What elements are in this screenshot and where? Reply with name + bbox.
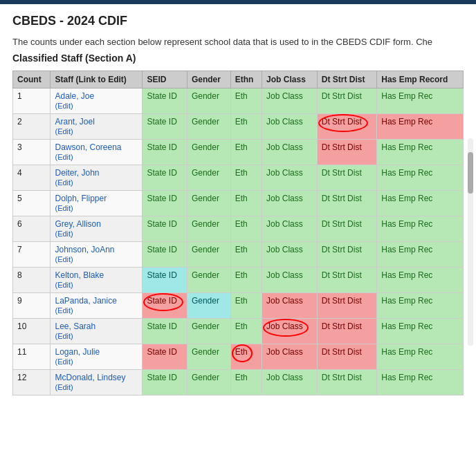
cell-dtstrt: Dt Strt Dist — [317, 216, 377, 242]
staff-name-link[interactable]: Arant, Joel — [55, 117, 138, 127]
col-dtstrt: Dt Strt Dist — [317, 71, 377, 88]
cell-jobclass: Job Class — [262, 242, 318, 268]
table-row: 6Grey, Allison(Edit)State IDGenderEthJob… — [13, 216, 464, 242]
cell-name: Arant, Joel(Edit) — [51, 114, 143, 140]
cell-jobclass: Job Class — [262, 140, 318, 165]
cell-ethn: Eth — [230, 140, 262, 165]
page-description: The counts under each section below repr… — [12, 37, 464, 47]
staff-edit-link[interactable]: (Edit) — [55, 281, 73, 289]
cell-name: Logan, Julie(Edit) — [51, 344, 143, 370]
cell-jobclass: Job Class — [262, 191, 318, 216]
cell-seid: State ID — [143, 114, 187, 140]
staff-name-link[interactable]: McDonald, Lindsey — [55, 373, 138, 382]
col-count: Count — [13, 71, 51, 88]
cell-ethn: Eth — [230, 344, 262, 370]
cell-ethn: Eth — [230, 268, 262, 293]
cell-gender: Gender — [187, 268, 230, 293]
staff-edit-link[interactable]: (Edit) — [55, 383, 73, 391]
staff-edit-link[interactable]: (Edit) — [55, 357, 73, 366]
staff-name-link[interactable]: Adale, Joe — [55, 91, 138, 101]
cell-dtstrt: Dt Strt Dist — [317, 293, 377, 319]
table-row: 9LaPanda, Janice(Edit)State IDGenderEthJ… — [13, 293, 464, 319]
cell-count: 9 — [13, 293, 51, 319]
cell-name: Johnson, JoAnn(Edit) — [51, 242, 143, 268]
cell-gender: Gender — [187, 370, 230, 395]
cell-seid: State ID — [143, 191, 187, 216]
cell-hasemp: Has Emp Rec — [377, 216, 464, 242]
cell-ethn: Eth — [230, 88, 262, 114]
cell-count: 7 — [13, 242, 51, 268]
cell-count: 10 — [13, 319, 51, 344]
cell-name: Grey, Allison(Edit) — [51, 216, 143, 242]
staff-name-link[interactable]: Johnson, JoAnn — [55, 245, 138, 254]
cell-dtstrt: Dt Strt Dist — [317, 140, 377, 165]
staff-edit-link[interactable]: (Edit) — [55, 102, 73, 110]
cell-name: McDonald, Lindsey(Edit) — [51, 370, 143, 395]
cell-name: Deiter, John(Edit) — [51, 165, 143, 191]
cell-jobclass: Job Class — [262, 344, 318, 370]
cell-ethn: Eth — [230, 242, 262, 268]
cell-hasemp: Has Emp Rec — [377, 114, 464, 140]
col-ethn: Ethn — [230, 71, 262, 88]
staff-edit-link[interactable]: (Edit) — [55, 127, 73, 136]
cell-seid: State ID — [143, 165, 187, 191]
cell-dtstrt: Dt Strt Dist — [317, 370, 377, 395]
cell-hasemp: Has Emp Rec — [377, 293, 464, 319]
cell-count: 11 — [13, 344, 51, 370]
staff-name-link[interactable]: Dawson, Coreena — [55, 142, 138, 152]
staff-name-link[interactable]: Deiter, John — [55, 168, 138, 178]
staff-name-link[interactable]: Grey, Allison — [55, 219, 138, 229]
cell-dtstrt: Dt Strt Dist — [317, 268, 377, 293]
staff-edit-link[interactable]: (Edit) — [55, 255, 73, 263]
col-staff: Staff (Link to Edit) — [51, 71, 143, 88]
cell-dtstrt: Dt Strt Dist — [317, 191, 377, 216]
cell-seid: State ID — [143, 370, 187, 395]
cell-jobclass: Job Class — [262, 88, 318, 114]
staff-edit-link[interactable]: (Edit) — [55, 306, 73, 315]
staff-edit-link[interactable]: (Edit) — [55, 153, 73, 161]
cell-hasemp: Has Emp Rec — [377, 165, 464, 191]
staff-edit-link[interactable]: (Edit) — [55, 230, 73, 238]
cell-ethn: Eth — [230, 191, 262, 216]
cell-seid: State ID — [143, 140, 187, 165]
cell-seid: State ID — [143, 88, 187, 114]
cell-ethn: Eth — [230, 216, 262, 242]
cell-seid: State ID — [143, 293, 187, 319]
staff-name-link[interactable]: Lee, Sarah — [55, 321, 138, 331]
cell-ethn: Eth — [230, 293, 262, 319]
staff-edit-link[interactable]: (Edit) — [55, 332, 73, 340]
staff-name-link[interactable]: LaPanda, Janice — [55, 296, 138, 306]
cell-count: 1 — [13, 88, 51, 114]
cell-gender: Gender — [187, 88, 230, 114]
cell-gender: Gender — [187, 114, 230, 140]
col-seid: SEID — [143, 71, 187, 88]
table-row: 12McDonald, Lindsey(Edit)State IDGenderE… — [13, 370, 464, 395]
cell-name: Dolph, Flipper(Edit) — [51, 191, 143, 216]
staff-edit-link[interactable]: (Edit) — [55, 178, 73, 187]
cell-gender: Gender — [187, 140, 230, 165]
cell-count: 8 — [13, 268, 51, 293]
staff-name-link[interactable]: Dolph, Flipper — [55, 194, 138, 203]
staff-name-link[interactable]: Logan, Julie — [55, 347, 138, 357]
cell-name: Dawson, Coreena(Edit) — [51, 140, 143, 165]
cell-count: 2 — [13, 114, 51, 140]
cell-hasemp: Has Emp Rec — [377, 370, 464, 395]
table-row: 1Adale, Joe(Edit)State IDGenderEthJob Cl… — [13, 88, 464, 114]
cell-ethn: Eth — [230, 319, 262, 344]
scrollbar[interactable] — [468, 138, 473, 346]
table-header-row: Count Staff (Link to Edit) SEID Gender E… — [13, 71, 464, 88]
cell-hasemp: Has Emp Rec — [377, 88, 464, 114]
staff-edit-link[interactable]: (Edit) — [55, 204, 73, 212]
scroll-thumb[interactable] — [468, 152, 473, 194]
table-row: 2Arant, Joel(Edit)State IDGenderEthJob C… — [13, 114, 464, 140]
cell-gender: Gender — [187, 242, 230, 268]
page-content: CBEDS - 2024 CDIF The counts under each … — [0, 4, 476, 405]
cell-dtstrt: Dt Strt Dist — [317, 114, 377, 140]
table-row: 4Deiter, John(Edit)State IDGenderEthJob … — [13, 165, 464, 191]
cell-jobclass: Job Class — [262, 114, 318, 140]
col-jobclass: Job Class — [262, 71, 318, 88]
cell-jobclass: Job Class — [262, 319, 318, 344]
staff-name-link[interactable]: Kelton, Blake — [55, 270, 138, 280]
cell-gender: Gender — [187, 319, 230, 344]
col-hasemp: Has Emp Record — [377, 71, 464, 88]
